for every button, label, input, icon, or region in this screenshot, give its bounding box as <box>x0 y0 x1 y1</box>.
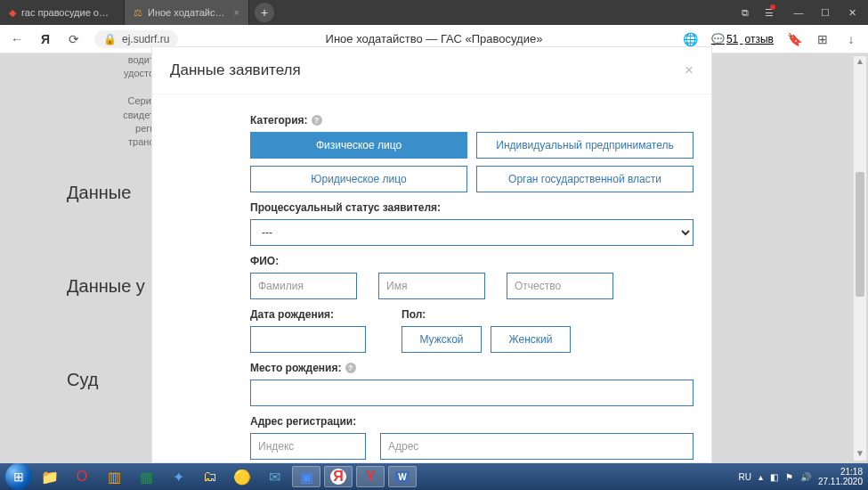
menu-icon[interactable]: ☰ <box>765 5 779 20</box>
taskbar-player[interactable]: ▥ <box>100 466 128 487</box>
reg-addr-label: Адрес регистрации: <box>250 415 694 428</box>
browser-titlebar: ◆ гас правосудие официал ⚖ Иное ходатайс… <box>0 0 868 25</box>
browser-tab-1[interactable]: ◆ гас правосудие официал <box>0 0 125 25</box>
tab-favicon: ◆ <box>9 7 16 19</box>
applicant-modal: Данные заявителя × Категория:? Физическо… <box>151 46 712 463</box>
taskbar-explorer[interactable]: 📁 <box>36 466 64 487</box>
status-select[interactable]: --- <box>250 219 694 246</box>
taskbar-yandex-browser[interactable]: Y <box>356 466 385 487</box>
modal-title: Данные заявителя <box>170 61 301 79</box>
taskbar: ⊞ 📁 O ▥ ▦ ✦ 🗂 🟡 ✉ ▣ Я Y W RU ▴ ◧ ⚑ 🔊 21:… <box>0 463 868 490</box>
category-gov[interactable]: Орган государственной власти <box>476 166 694 192</box>
scroll-down-icon[interactable]: ▼ <box>854 448 866 461</box>
modal-close-icon[interactable]: × <box>685 61 694 79</box>
url-text: ej.sudrf.ru <box>122 33 169 45</box>
tray-safe-icon[interactable]: ◧ <box>770 472 778 482</box>
new-tab-button[interactable]: + <box>255 3 274 22</box>
tray-lang[interactable]: RU <box>738 472 750 482</box>
dob-input[interactable] <box>250 326 366 353</box>
sex-male[interactable]: Мужской <box>402 326 482 353</box>
maximize-icon[interactable]: ☐ <box>818 5 832 20</box>
taskbar-opera[interactable]: O <box>68 466 96 487</box>
tab-label: Иное ходатайство — Г… <box>148 7 229 18</box>
birthplace-label: Место рождения: <box>250 362 342 374</box>
tray-flag-icon[interactable]: ⚑ <box>785 472 793 482</box>
taskbar-compass[interactable]: ✦ <box>164 466 192 487</box>
scroll-thumb[interactable] <box>856 172 864 297</box>
translate-icon[interactable]: 🌐 <box>683 32 699 46</box>
category-label: Категория: <box>250 114 308 127</box>
extensions-icon[interactable]: ⊞ <box>815 32 831 46</box>
taskbar-folder2[interactable]: 🗂 <box>196 466 224 487</box>
taskbar-mail[interactable]: ✉ <box>260 466 288 487</box>
tab-label: гас правосудие официал <box>21 7 115 18</box>
taskbar-word[interactable]: W <box>388 466 417 487</box>
dob-label: Дата рождения: <box>250 308 366 321</box>
taskbar-yandex-search[interactable]: Я <box>324 466 353 487</box>
category-legal[interactable]: Юридическое лицо <box>250 166 467 192</box>
window-close-icon[interactable]: ✕ <box>845 5 859 20</box>
category-physical[interactable]: Физическое лицо <box>250 132 467 159</box>
birthplace-input[interactable] <box>250 380 694 406</box>
tray-volume-icon[interactable]: 🔊 <box>800 472 811 482</box>
bookmark-icon[interactable]: 🔖 <box>786 32 802 46</box>
start-button[interactable]: ⊞ <box>5 463 32 490</box>
tray-clock[interactable]: 21:18 27.11.2020 <box>818 467 863 486</box>
reload-icon[interactable]: ⟳ <box>66 32 82 46</box>
status-label: Процессуальный статус заявителя: <box>250 201 694 214</box>
firstname-input[interactable] <box>378 273 485 299</box>
back-icon[interactable]: ← <box>9 32 25 46</box>
lastname-input[interactable] <box>250 273 357 299</box>
help-icon[interactable]: ? <box>312 115 322 126</box>
taskbar-chrome[interactable]: 🟡 <box>228 466 256 487</box>
help-icon[interactable]: ? <box>345 363 356 373</box>
yandex-icon[interactable]: Я <box>37 32 53 46</box>
category-ip[interactable]: Индивидуальный предприниматель <box>476 132 694 159</box>
reg-addr-input[interactable] <box>380 433 694 460</box>
browser-tab-2[interactable]: ⚖ Иное ходатайство — Г… × <box>125 0 249 25</box>
copy-icon[interactable]: ⧉ <box>738 5 752 20</box>
minimize-icon[interactable]: — <box>791 5 806 20</box>
taskbar-excel[interactable]: ▦ <box>132 466 160 487</box>
reg-index-input[interactable] <box>250 433 366 460</box>
scroll-up-icon[interactable]: ▲ <box>854 56 866 69</box>
reviews-link[interactable]: 💬51 отзыв <box>711 33 774 45</box>
comment-icon: 💬 <box>711 33 725 45</box>
fio-label: ФИО: <box>250 255 694 267</box>
middlename-input[interactable] <box>507 273 613 299</box>
close-icon[interactable]: × <box>234 7 239 18</box>
tray-chevron-icon[interactable]: ▴ <box>758 472 763 482</box>
sex-female[interactable]: Женский <box>491 326 571 353</box>
page-scrollbar[interactable]: ▲ ▼ <box>854 56 866 461</box>
lock-icon: 🔒 <box>103 33 117 45</box>
taskbar-zoom[interactable]: ▣ <box>292 466 320 487</box>
tab-favicon: ⚖ <box>134 7 142 19</box>
downloads-icon[interactable]: ↓ <box>843 32 859 46</box>
sex-label: Пол: <box>402 308 571 321</box>
url-box[interactable]: 🔒 ej.sudrf.ru <box>94 30 178 48</box>
